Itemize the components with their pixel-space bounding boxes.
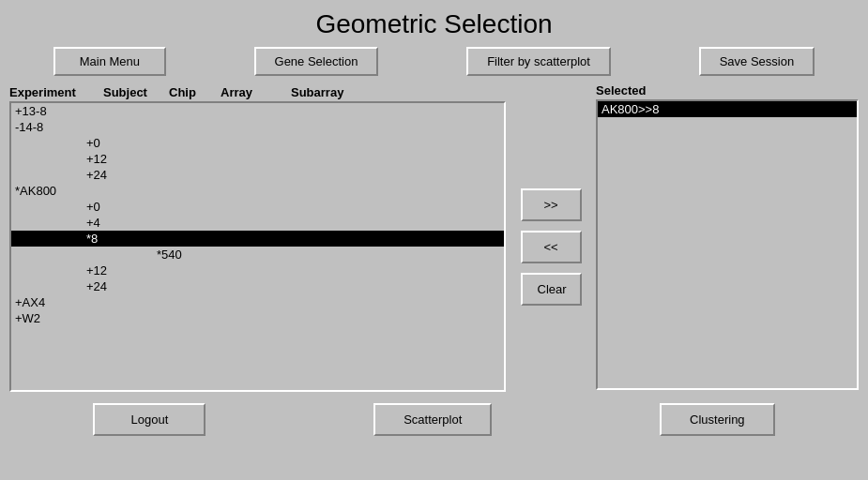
page-title: Geometric Selection xyxy=(0,0,868,47)
right-panel: Selected AK800>>8 xyxy=(596,83,859,392)
list-item[interactable]: +AX4 xyxy=(11,294,504,310)
save-session-button[interactable]: Save Session xyxy=(699,47,815,76)
list-item[interactable]: *8 xyxy=(11,231,504,247)
move-left-button[interactable]: << xyxy=(521,231,582,263)
col-header-chip: Chip xyxy=(169,85,221,99)
list-item[interactable]: *AK800 xyxy=(11,183,504,199)
selected-item[interactable]: AK800>>8 xyxy=(598,101,857,117)
list-item[interactable]: +0 xyxy=(11,199,504,215)
scatterplot-button[interactable]: Scatterplot xyxy=(373,403,492,436)
list-item[interactable]: +12 xyxy=(11,151,504,167)
gene-selection-button[interactable]: Gene Selection xyxy=(254,47,379,76)
list-item[interactable]: +24 xyxy=(11,167,504,183)
logout-button[interactable]: Logout xyxy=(93,403,206,436)
selected-list[interactable]: AK800>>8 xyxy=(596,99,859,390)
filter-scatterplot-button[interactable]: Filter by scatterplot xyxy=(466,47,611,76)
column-headers: Experiment Subject Chip Array Subarray xyxy=(9,83,506,101)
clustering-button[interactable]: Clustering xyxy=(660,403,775,436)
list-item[interactable]: *540 xyxy=(11,247,504,262)
col-header-experiment: Experiment xyxy=(9,85,103,99)
list-item[interactable]: -14-8 xyxy=(11,119,504,135)
list-item[interactable]: +12 xyxy=(11,262,504,278)
col-header-subject: Subject xyxy=(103,85,169,99)
middle-panel: >> << Clear xyxy=(513,83,588,392)
list-item[interactable]: +4 xyxy=(11,215,504,231)
col-header-subarray: Subarray xyxy=(291,85,366,99)
list-item[interactable]: +W2 xyxy=(11,310,504,326)
left-panel: Experiment Subject Chip Array Subarray +… xyxy=(9,83,506,392)
top-navigation: Main Menu Gene Selection Filter by scatt… xyxy=(0,47,868,83)
bottom-navigation: Logout Scatterplot Clustering xyxy=(0,392,868,436)
col-header-array: Array xyxy=(221,85,291,99)
list-item[interactable]: +24 xyxy=(11,278,504,294)
main-content: Experiment Subject Chip Array Subarray +… xyxy=(0,83,868,392)
clear-button[interactable]: Clear xyxy=(521,273,582,306)
list-item[interactable]: +0 xyxy=(11,135,504,151)
list-item[interactable]: +13-8 xyxy=(11,103,504,119)
move-right-button[interactable]: >> xyxy=(521,188,582,221)
experiment-list[interactable]: +13-8-14-8+0+12+24*AK800+0+4*8*540+12+24… xyxy=(9,101,506,392)
main-menu-button[interactable]: Main Menu xyxy=(53,47,166,76)
selected-label: Selected xyxy=(596,83,859,98)
